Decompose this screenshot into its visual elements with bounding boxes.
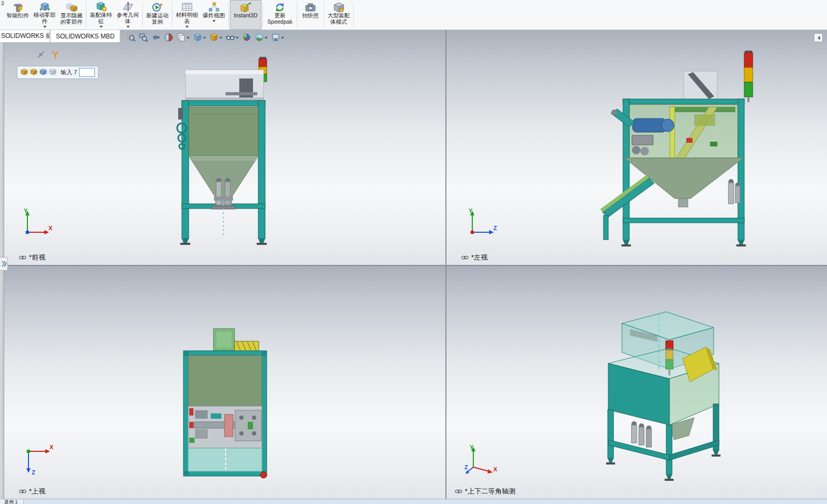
previous-view-icon[interactable] <box>150 32 162 43</box>
top-view-model[interactable] <box>4 266 445 499</box>
dropdown-caret-icon[interactable] <box>43 26 46 29</box>
leveling-feet[interactable] <box>621 240 746 246</box>
lower-tray[interactable] <box>188 448 262 471</box>
dropdown-caret-icon[interactable] <box>212 20 216 24</box>
ribbon-button-label: 显示隐藏的零部件 <box>59 13 84 25</box>
viewport-top[interactable]: X Z *上视 <box>4 266 445 499</box>
ribbon-separator <box>142 2 143 27</box>
motion-study-tab-label: 算例 1 <box>4 499 18 504</box>
viewport-label-left: *左视 <box>461 253 488 262</box>
axis-label-y: Y <box>470 444 474 450</box>
hopper-body[interactable] <box>189 107 258 209</box>
ribbon-button-label: 爆炸视图 <box>203 13 225 19</box>
mechanism-deck[interactable] <box>188 406 262 448</box>
ribbon-button-show-hidden-components[interactable]: 显示隐藏的零部件 <box>58 0 85 29</box>
view-cube-4-icon[interactable] <box>49 68 56 77</box>
ribbon-button-label: 拍快照 <box>302 13 319 19</box>
ribbon-button-exploded-view[interactable]: 爆炸视图 <box>200 0 227 29</box>
hopper-cover-panel[interactable] <box>188 355 262 406</box>
valve-assembly[interactable] <box>631 421 651 447</box>
reference-triad-front: Y X <box>19 207 55 239</box>
section-view-icon[interactable] <box>163 32 174 43</box>
dropdown-caret-icon[interactable] <box>100 26 103 29</box>
apply-scene-icon[interactable] <box>254 32 269 43</box>
dropdown-caret-icon[interactable] <box>281 37 284 41</box>
view-orientation-icon[interactable] <box>208 32 223 43</box>
ribbon-button-take-snapshot[interactable]: 拍快照 <box>298 0 323 29</box>
viewport-splitter-vertical[interactable] <box>445 30 446 499</box>
new-motion-study-icon <box>152 2 163 13</box>
instant3d-icon <box>239 2 252 13</box>
dropdown-caret-icon[interactable] <box>187 37 190 41</box>
large-assembly-mode-icon <box>333 2 345 13</box>
feature-manager-expand-tab[interactable] <box>0 257 8 271</box>
ribbon-button-smart-fasteners[interactable]: 智能扣件 <box>4 0 31 29</box>
view-cube-2-icon[interactable] <box>30 68 37 77</box>
dropdown-caret-icon[interactable] <box>186 26 189 29</box>
edit-appearance-icon[interactable] <box>241 32 252 43</box>
ribbon-button-update-speedpak[interactable]: 更新 Speedpak <box>264 0 296 29</box>
isometric-view-model[interactable] <box>446 266 827 499</box>
ribbon-button-label: 材料明细表 <box>174 12 199 25</box>
view-cube-3-icon[interactable] <box>40 68 47 77</box>
viewport-splitter-horizontal[interactable] <box>0 265 827 266</box>
top-hopper-box[interactable] <box>684 71 717 101</box>
axis-label-x: X <box>493 466 498 472</box>
tab-solidworks-mbd[interactable]: SOLIDWORKS MBD <box>50 30 120 43</box>
viewport-label-top: *上视 <box>19 487 45 496</box>
ribbon-button-label: 新建运动算例 <box>145 13 170 25</box>
ribbon-button-instant3d[interactable]: Instant3D <box>230 0 261 29</box>
move-component-icon <box>39 2 51 12</box>
leveling-feet[interactable] <box>180 239 267 245</box>
ribbon-button-label: 更新 Speedpak <box>267 13 293 25</box>
ribbon-edge-fragment: 3 <box>1 1 4 6</box>
dropdown-caret-icon[interactable] <box>219 37 222 41</box>
heads-up-view-toolbar <box>125 32 285 43</box>
solidworks-window: 3 智能扣件 移动零部件 显示隐藏的零部件 装配体特征 参考几何体 <box>0 0 827 504</box>
ribbon-button-move-component[interactable]: 移动零部件 <box>31 0 58 29</box>
ribbon-button-large-assembly-mode[interactable]: 大型装配体模式 <box>325 0 352 29</box>
dropdown-caret-icon[interactable] <box>203 37 206 41</box>
axis-label-z: Z <box>493 225 497 231</box>
tab-solidworks-addins[interactable]: SOLIDWORKS 插件 <box>0 30 50 43</box>
dynamic-annotation-views-icon[interactable] <box>176 32 191 43</box>
viewport-isometric[interactable]: Y X Z *上下二等角轴测 <box>446 266 827 499</box>
pane-collapse-button[interactable] <box>814 33 823 42</box>
ribbon-separator <box>172 2 172 27</box>
signal-tower[interactable] <box>744 51 753 102</box>
zoom-to-fit-icon[interactable] <box>125 32 137 43</box>
front-view-model[interactable] <box>4 30 445 265</box>
hide-show-items-icon[interactable] <box>225 32 240 43</box>
red-knob[interactable] <box>260 472 267 478</box>
ribbon-button-bill-of-materials[interactable]: 材料明细表 <box>173 0 200 29</box>
link-icon <box>455 489 462 493</box>
dropdown-caret-icon[interactable] <box>265 37 268 41</box>
viewport-front[interactable]: 输入 7 <box>4 30 445 265</box>
viewport-left[interactable]: Y Z *左视 <box>446 30 827 265</box>
transparent-cabinet[interactable] <box>629 104 738 158</box>
update-speedpak-icon <box>274 2 286 13</box>
left-view-model[interactable] <box>446 30 827 265</box>
view-name: *左视 <box>471 253 488 262</box>
ribbon-button-new-motion-study[interactable]: 新建运动算例 <box>144 0 171 29</box>
dropdown-caret-icon[interactable] <box>236 37 239 41</box>
feeder-protrusion[interactable] <box>213 329 259 352</box>
view-settings-icon[interactable] <box>270 32 285 43</box>
view-cube-1-icon[interactable] <box>21 68 28 77</box>
assembly-features-icon <box>95 2 107 12</box>
show-hidden-components-icon <box>66 2 77 13</box>
motion-study-tab[interactable]: 算例 1 <box>0 499 24 504</box>
top-hopper-box[interactable] <box>186 70 264 101</box>
input-label: 输入 7 <box>61 68 77 76</box>
ribbon-separator <box>228 2 229 27</box>
ribbon-button-label: 移动零部件 <box>32 12 57 25</box>
ribbon-button-assembly-features[interactable]: 装配体特征 <box>87 0 114 29</box>
dimension-input[interactable] <box>79 68 95 77</box>
zoom-to-area-icon[interactable] <box>138 32 149 43</box>
display-style-icon[interactable] <box>192 32 207 43</box>
dropdown-caret-icon[interactable] <box>127 26 130 29</box>
branch-arrow-icon[interactable] <box>36 50 45 62</box>
wishbone-mate-icon[interactable] <box>51 50 60 62</box>
ribbon-button-reference-geometry[interactable]: 参考几何体 <box>114 0 141 29</box>
ribbon-button-label: 装配体特征 <box>89 12 113 25</box>
